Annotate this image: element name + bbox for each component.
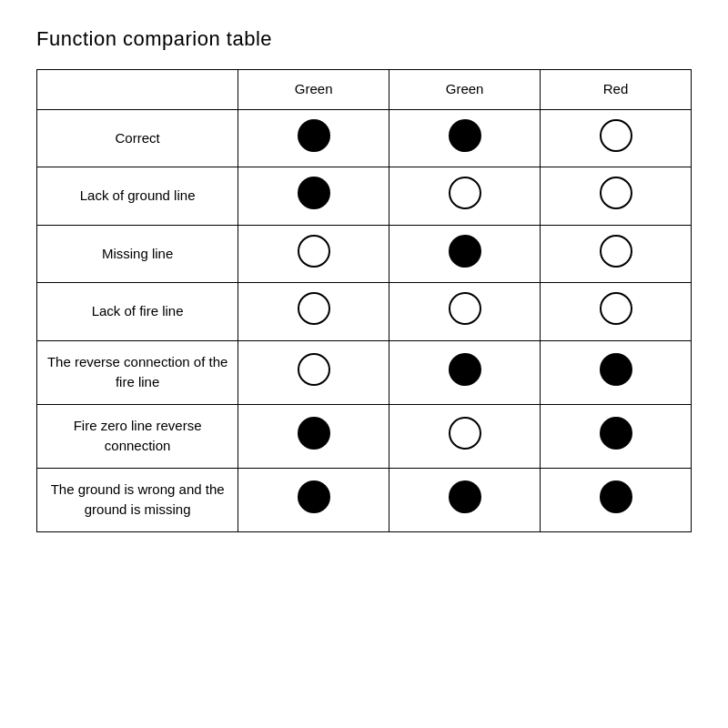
filled-circle-icon <box>449 235 481 268</box>
indicator-cell-r1-c1 <box>389 167 541 226</box>
row-label: Fire zero line reverse connection <box>37 404 238 468</box>
empty-circle-icon <box>449 417 481 450</box>
filled-circle-icon <box>600 480 632 513</box>
table-row: Lack of fire line <box>37 283 692 341</box>
indicator-cell-r2-c2 <box>541 225 692 283</box>
table-row: Missing line <box>37 225 692 283</box>
indicator-cell-r5-c0 <box>238 404 389 468</box>
empty-circle-icon <box>600 292 632 325</box>
table-row: Lack of ground line <box>37 167 692 226</box>
empty-circle-icon <box>449 177 481 209</box>
indicator-cell-r3-c2 <box>541 283 692 341</box>
row-label: The reverse connection of the fire line <box>37 340 238 404</box>
filled-circle-icon <box>298 119 330 152</box>
filled-circle-icon <box>449 119 481 152</box>
table-row: Fire zero line reverse connection <box>37 404 692 468</box>
empty-circle-icon <box>600 177 632 209</box>
indicator-cell-r5-c1 <box>389 404 541 468</box>
indicator-cell-r2-c1 <box>389 225 541 283</box>
col-header-green2: Green <box>389 70 541 110</box>
indicator-cell-r0-c2 <box>541 109 692 167</box>
filled-circle-icon <box>298 417 330 450</box>
filled-circle-icon <box>449 353 481 386</box>
table-row: Correct <box>37 109 692 167</box>
indicator-cell-r3-c1 <box>389 283 541 341</box>
col-header-label <box>37 70 238 110</box>
filled-circle-icon <box>600 353 632 386</box>
row-label: Correct <box>37 109 238 167</box>
comparison-table: Green Green Red CorrectLack of ground li… <box>36 69 692 532</box>
row-label: Lack of fire line <box>37 283 238 341</box>
indicator-cell-r2-c0 <box>238 225 389 283</box>
indicator-cell-r1-c0 <box>238 167 389 226</box>
col-header-green1: Green <box>238 70 389 110</box>
indicator-cell-r6-c1 <box>389 468 541 531</box>
indicator-cell-r3-c0 <box>238 283 389 341</box>
row-label: The ground is wrong and the ground is mi… <box>37 468 238 531</box>
filled-circle-icon <box>298 480 330 513</box>
indicator-cell-r0-c1 <box>389 109 541 167</box>
indicator-cell-r5-c2 <box>541 404 692 468</box>
indicator-cell-r4-c2 <box>541 340 692 404</box>
table-row: The ground is wrong and the ground is mi… <box>37 468 692 531</box>
table-row: The reverse connection of the fire line <box>37 340 692 404</box>
empty-circle-icon <box>449 292 481 325</box>
row-label: Lack of ground line <box>37 167 238 226</box>
empty-circle-icon <box>600 119 632 152</box>
empty-circle-icon <box>298 353 330 386</box>
empty-circle-icon <box>298 235 330 268</box>
indicator-cell-r4-c0 <box>238 340 389 404</box>
filled-circle-icon <box>298 177 330 209</box>
page-title: Function comparion table <box>36 27 272 51</box>
empty-circle-icon <box>298 292 330 325</box>
row-label: Missing line <box>37 225 238 283</box>
indicator-cell-r0-c0 <box>238 109 389 167</box>
indicator-cell-r4-c1 <box>389 340 541 404</box>
filled-circle-icon <box>600 417 632 450</box>
indicator-cell-r6-c2 <box>541 468 692 531</box>
table-header-row: Green Green Red <box>37 70 692 110</box>
filled-circle-icon <box>449 480 481 513</box>
col-header-red: Red <box>541 70 692 110</box>
empty-circle-icon <box>600 235 632 268</box>
indicator-cell-r6-c0 <box>238 468 389 531</box>
indicator-cell-r1-c2 <box>541 167 692 226</box>
